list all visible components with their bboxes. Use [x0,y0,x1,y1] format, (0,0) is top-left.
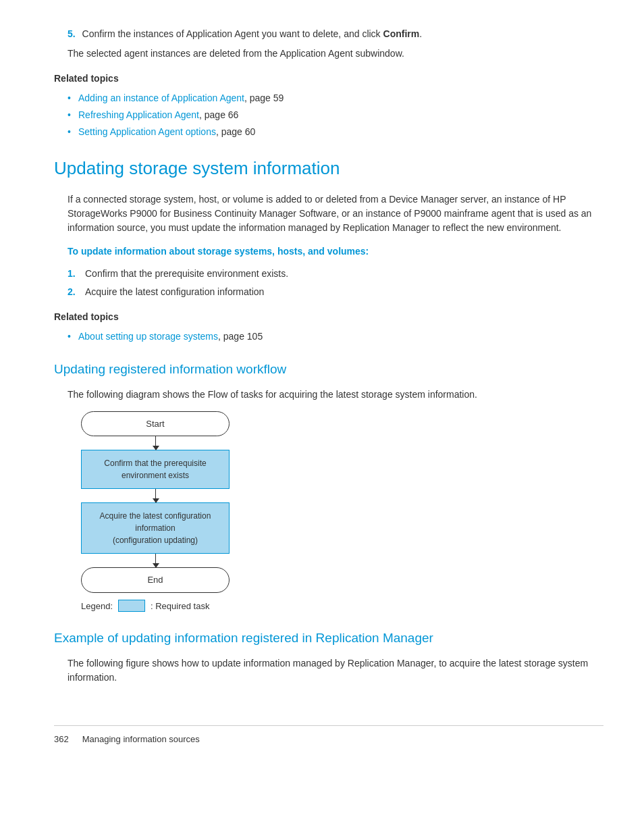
list-item: 2. Acquire the latest configuration info… [68,285,603,299]
page-footer: 362 Managing information sources [54,725,603,746]
related-topics-list-1: Adding an instance of Application Agent,… [54,91,603,139]
box2-line3: (configuration updating) [113,536,198,545]
flowchart-container: Start Confirm that the prerequisite envi… [54,411,603,613]
list-item: Refreshing Application Agent, page 66 [68,108,603,122]
step-number-5: 5. [68,28,76,39]
step-5-text: Confirm the instances of Application Age… [82,28,383,39]
link-page-ref: , page 60 [216,126,255,137]
step-5: 5. Confirm the instances of Application … [54,27,603,41]
box2-line1: Acquire the latest configuration [100,511,211,521]
link-adding-instance[interactable]: Adding an instance of Application Agent [78,93,244,103]
flow-arrow-1 [155,436,156,450]
flow-arrow-3 [155,554,156,567]
procedure-steps: 1. Confirm that the prerequisite environ… [54,267,603,299]
link-refreshing-agent[interactable]: Refreshing Application Agent [78,109,199,120]
step-5-sub: The selected agent instances are deleted… [54,47,603,61]
step-5-bold: Confirm [383,28,420,39]
list-item: Adding an instance of Application Agent,… [68,91,603,105]
list-item: Setting Application Agent options, page … [68,125,603,139]
list-item: 1. Confirm that the prerequisite environ… [68,267,603,281]
link-page-ref: , page 66 [199,109,238,120]
list-item: About setting up storage systems, page 1… [68,330,603,344]
step-num-2: 2. [68,285,81,299]
flowchart-start: Start [81,411,230,437]
section-title-1: Updating storage system information [54,155,603,182]
section-title-2: Updating registered information workflow [54,360,603,380]
flowchart-box-2: Acquire the latest configuration informa… [81,502,230,554]
step-num-1: 1. [68,267,81,281]
legend-prefix: Legend: [81,600,113,613]
link-about-storage[interactable]: About setting up storage systems [78,331,218,342]
legend-desc: : Required task [151,600,209,613]
step-text-1: Confirm that the prerequisite environmen… [85,267,288,281]
flowchart-end: End [81,567,230,593]
related-topics-label-1: Related topics [54,72,603,86]
link-page-ref: , page 59 [244,93,284,103]
link-page-ref: , page 105 [218,331,263,342]
related-topics-label-2: Related topics [54,310,603,324]
related-topics-list-2: About setting up storage systems, page 1… [54,330,603,344]
procedure-label: To update information about storage syst… [54,244,603,259]
legend-box [118,600,145,612]
step-text-2: Acquire the latest configuration informa… [85,285,264,299]
flowchart-box-1: Confirm that the prerequisite environmen… [81,450,230,489]
link-setting-options[interactable]: Setting Application Agent options [78,126,216,137]
section2-body: The following diagram shows the Flow of … [54,388,603,402]
flowchart: Start Confirm that the prerequisite envi… [68,411,243,593]
flow-arrow-2 [155,489,156,502]
box2-line2: information [135,523,175,533]
section1-body: If a connected storage system, host, or … [54,192,603,235]
legend: Legend: : Required task [68,600,603,613]
section-title-3: Example of updating information register… [54,629,603,648]
section3-body: The following figure shows how to update… [54,656,603,685]
page-number: 362 [54,733,69,746]
footer-section-title: Managing information sources [82,733,200,746]
step-5-period: . [419,28,422,39]
